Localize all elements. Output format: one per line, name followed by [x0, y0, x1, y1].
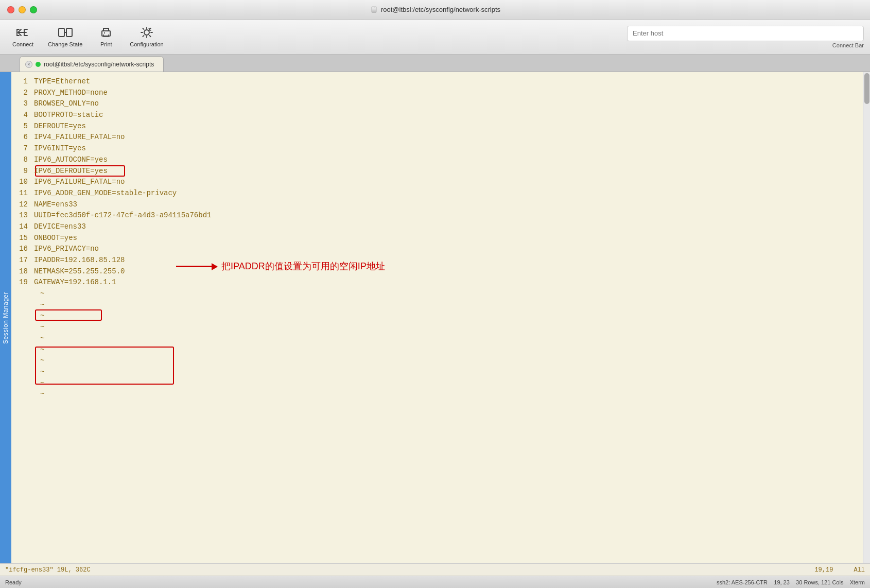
active-tab[interactable]: × root@itbsl:/etc/sysconfig/network-scri… — [20, 56, 164, 72]
terminal-line: 2PROXY_METHOD=none — [13, 88, 859, 99]
toolbar: Connect Change State Print — [0, 20, 870, 55]
tilde-line: ~ — [13, 378, 859, 389]
cursor-position: 19,19 — [814, 566, 833, 574]
line-number: 12 — [13, 199, 34, 211]
connect-label: Connect — [12, 41, 33, 47]
line-content: IPADDR=192.168.85.128 — [34, 255, 125, 266]
line-number: 5 — [13, 121, 34, 132]
line-number: 18 — [13, 266, 34, 278]
terminal-line: 15ONBOOT=yes — [13, 233, 859, 244]
svg-rect-3 — [104, 32, 105, 33]
line-number: 1 — [13, 76, 34, 88]
title-bar: 🖥 root@itbsl:/etc/sysconfig/network-scri… — [0, 0, 870, 20]
line-number: 10 — [13, 177, 34, 188]
configuration-label: Configuration — [130, 41, 163, 47]
terminal-content[interactable]: 把IPADDR的值设置为可用的空闲IP地址 1TYPE=Ethernet2PRO… — [11, 72, 863, 563]
tab-close-button[interactable]: × — [25, 61, 32, 68]
tilde-line: ~ — [13, 344, 859, 356]
line-number: 11 — [13, 188, 34, 199]
svg-rect-0 — [59, 28, 64, 37]
tab-title: root@itbsl:/etc/sysconfig/network-script… — [44, 61, 154, 68]
change-state-icon — [58, 27, 73, 40]
host-input[interactable] — [627, 26, 864, 41]
minimize-button[interactable] — [19, 6, 26, 13]
line-number: 6 — [13, 132, 34, 143]
maximize-button[interactable] — [30, 6, 37, 13]
line-number: 2 — [13, 88, 34, 99]
terminal-lines: 1TYPE=Ethernet2PROXY_METHOD=none3BROWSER… — [13, 76, 859, 288]
line-content: PROXY_METHOD=none — [34, 88, 108, 99]
svg-rect-1 — [66, 28, 72, 37]
terminal-line: 12NAME=ens33 — [13, 199, 859, 211]
print-button[interactable]: Print — [91, 24, 121, 50]
terminal-line: 7IPV6INIT=yes — [13, 143, 859, 154]
terminal-line: 18NETMASK=255.255.255.0 — [13, 266, 859, 278]
ready-status: Ready — [5, 579, 22, 585]
terminal-line: 11IPV6_ADDR_GEN_MODE=stable-privacy — [13, 188, 859, 199]
print-icon — [100, 27, 112, 40]
cursor-pos: 19, 23 — [774, 579, 790, 585]
tilde-line: ~ — [13, 389, 859, 400]
tab-status-indicator — [36, 62, 41, 67]
window-controls — [7, 6, 37, 13]
line-content: IPV6INIT=yes — [34, 143, 86, 154]
session-manager-label: Session Manager — [2, 292, 9, 344]
line-content: IPV6_DEFROUTE=yes — [34, 166, 108, 177]
terminal-icon: 🖥 — [370, 5, 378, 14]
tab-bar: × root@itbsl:/etc/sysconfig/network-scri… — [0, 55, 870, 72]
configuration-button[interactable]: Configuration — [124, 24, 169, 50]
change-state-label: Change State — [48, 41, 82, 47]
scrollbar[interactable] — [863, 72, 870, 563]
terminal-line: 9IPV6_DEFROUTE=yes — [13, 166, 859, 177]
tilde-line: ~ — [13, 367, 859, 378]
window-title: 🖥 root@itbsl:/etc/sysconfig/network-scri… — [370, 5, 500, 14]
terminal-line: 19GATEWAY=192.168.1.1 — [13, 277, 859, 288]
line-content: IPV4_FAILURE_FATAL=no — [34, 132, 125, 143]
connection-info: ssh2: AES-256-CTR — [717, 579, 768, 585]
terminal-line: 10IPV6_FAILURE_FATAL=no — [13, 177, 859, 188]
change-state-button[interactable]: Change State — [42, 24, 89, 50]
connect-button[interactable]: Connect — [6, 24, 40, 50]
terminal-line: 4BOOTPROTO=static — [13, 110, 859, 121]
tilde-lines: ~~~~~~~~~~ — [13, 288, 859, 400]
terminal-line: 1TYPE=Ethernet — [13, 76, 859, 88]
line-content: NAME=ens33 — [34, 199, 77, 211]
line-number: 8 — [13, 154, 34, 166]
line-number: 14 — [13, 221, 34, 233]
connect-bar-label: Connect Bar — [832, 42, 864, 48]
terminal-line: 6IPV4_FAILURE_FATAL=no — [13, 132, 859, 143]
line-content: IPV6_FAILURE_FATAL=no — [34, 177, 125, 188]
terminal-line: 13UUID=fec3d50f-c172-47cf-a4d3-a94115a76… — [13, 210, 859, 221]
main-area: Session Manager 把IPADDR的值设置为可用的空闲IP地址 1T… — [0, 72, 870, 563]
line-number: 9 — [13, 166, 34, 177]
terminal-line: 14DEVICE=ens33 — [13, 221, 859, 233]
line-content: IPV6_AUTOCONF=yes — [34, 154, 108, 166]
view-mode: All — [854, 566, 865, 574]
line-content: TYPE=Ethernet — [34, 76, 90, 88]
session-manager-sidebar[interactable]: Session Manager — [0, 72, 11, 563]
line-content: IPV6_ADDR_GEN_MODE=stable-privacy — [34, 188, 177, 199]
line-number: 19 — [13, 277, 34, 288]
print-label: Print — [100, 41, 112, 47]
line-number: 15 — [13, 233, 34, 244]
terminal-type: Xterm — [850, 579, 865, 585]
line-number: 3 — [13, 98, 34, 110]
tilde-line: ~ — [13, 333, 859, 344]
connect-icon — [16, 27, 29, 40]
line-number: 13 — [13, 210, 34, 221]
terminal-line: 8IPV6_AUTOCONF=yes — [13, 154, 859, 166]
tilde-line: ~ — [13, 310, 859, 322]
line-content: GATEWAY=192.168.1.1 — [34, 277, 116, 288]
line-content: ONBOOT=yes — [34, 233, 77, 244]
terminal-dimensions: 30 Rows, 121 Cols — [796, 579, 843, 585]
line-content: BROWSER_ONLY=no — [34, 98, 99, 110]
line-number: 17 — [13, 255, 34, 266]
line-content: DEFROUTE=yes — [34, 121, 86, 132]
line-content: IPV6_PRIVACY=no — [34, 244, 99, 255]
close-button[interactable] — [7, 6, 14, 13]
bottom-status-bar: Ready ssh2: AES-256-CTR 19, 23 30 Rows, … — [0, 576, 870, 588]
line-content: DEVICE=ens33 — [34, 221, 86, 233]
line-content: NETMASK=255.255.255.0 — [34, 266, 125, 278]
scrollbar-thumb[interactable] — [864, 73, 869, 104]
tilde-line: ~ — [13, 355, 859, 367]
